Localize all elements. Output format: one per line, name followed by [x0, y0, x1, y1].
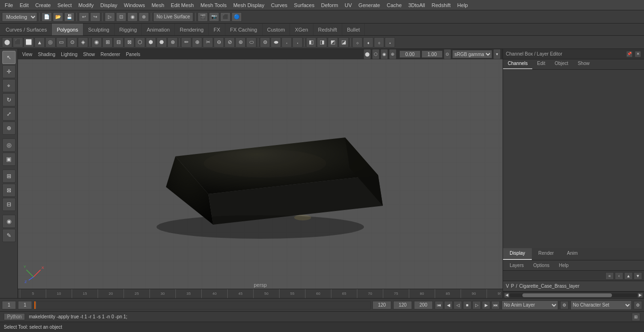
tab-rigging[interactable]: Rigging: [115, 24, 142, 35]
fill-icon-btn[interactable]: ⬡: [135, 37, 145, 48]
vp-icon5[interactable]: ⊙: [444, 49, 451, 59]
prev-frame-btn[interactable]: ◀: [444, 301, 453, 309]
layer-prev-btn[interactable]: ‹: [615, 272, 623, 280]
char-set-settings-btn[interactable]: ⚙: [634, 301, 642, 309]
snap-grid3-btn[interactable]: ⊟: [2, 198, 16, 211]
merge-icon-btn[interactable]: ⬢: [146, 37, 156, 48]
cylinder-icon-btn[interactable]: ⬜: [24, 37, 34, 48]
scroll-track[interactable]: [510, 293, 637, 297]
paint-effects-btn[interactable]: ✎: [2, 229, 16, 242]
sym-icon-btn[interactable]: ⬦: [352, 37, 363, 48]
tab-polygons[interactable]: Polygons: [52, 24, 83, 35]
vp-icon3[interactable]: ◉: [380, 49, 388, 59]
offset-icon-btn[interactable]: ⬭: [246, 37, 256, 48]
extrude-icon-btn[interactable]: ⊟: [113, 37, 124, 48]
disp-tab-anim[interactable]: Anim: [561, 248, 585, 260]
layer-new-btn[interactable]: «: [605, 272, 614, 280]
frame-end-anim-input[interactable]: [372, 301, 391, 309]
tab-fx[interactable]: FX: [209, 24, 225, 35]
viewport-main[interactable]: X Y Z persp 5 10 15: [18, 49, 503, 298]
vp-icon2[interactable]: ⬡: [372, 49, 380, 59]
vp-shading-btn[interactable]: Shading: [36, 51, 58, 57]
menu-edit[interactable]: Edit: [17, 1, 32, 9]
lasso-btn[interactable]: ⊡: [116, 12, 126, 22]
split-icon-btn[interactable]: ⊘: [224, 37, 235, 48]
menu-create[interactable]: Create: [33, 1, 54, 9]
keep-icon-btn[interactable]: ⬨: [374, 37, 384, 48]
disc-icon-btn[interactable]: ⊙: [67, 37, 77, 48]
frame-max-input[interactable]: [414, 301, 433, 309]
weld-icon-btn[interactable]: ⬣: [157, 37, 167, 48]
cut-icon-btn[interactable]: ✂: [203, 37, 213, 48]
redo-btn[interactable]: ↪: [90, 12, 100, 22]
menu-edit-mesh[interactable]: Edit Mesh: [168, 1, 197, 9]
retopo-icon-btn[interactable]: ⬪: [292, 37, 303, 48]
color-space-select[interactable]: sRGB gamma: [452, 50, 492, 58]
scroll-thumb[interactable]: [522, 293, 612, 297]
menu-windows[interactable]: Windows: [121, 1, 148, 9]
layers-tab-layers[interactable]: Layers: [506, 262, 528, 269]
lasso-tool-btn[interactable]: ⌖: [2, 79, 16, 92]
char-set-select[interactable]: No Character Set: [570, 300, 632, 310]
display-mode-btn[interactable]: ◉: [2, 215, 16, 228]
transform-tool-btn[interactable]: ⊕: [2, 121, 16, 135]
layer-row[interactable]: V P / Cigarette_Case_Brass_layer: [503, 281, 644, 292]
wire-icon-btn[interactable]: ◨: [317, 37, 327, 48]
vp-icon1[interactable]: ⬤: [363, 49, 371, 59]
render-btn[interactable]: 🎬: [198, 12, 208, 22]
play-back-btn[interactable]: ◁: [454, 301, 462, 309]
menu-help[interactable]: Help: [454, 1, 471, 9]
render2-btn[interactable]: 📷: [209, 12, 219, 22]
ch-tab-channels[interactable]: Channels: [503, 59, 532, 69]
disp-tab-render[interactable]: Render: [532, 248, 561, 260]
prev-key-btn[interactable]: ⏮: [435, 301, 443, 309]
menu-uv[interactable]: UV: [342, 1, 355, 9]
menu-3dtall[interactable]: 3DtoAll: [405, 1, 428, 9]
snap-btn[interactable]: ⊕: [139, 12, 149, 22]
cmd-settings-btn[interactable]: ⊞: [632, 313, 640, 321]
menu-surfaces[interactable]: Surfaces: [291, 1, 317, 9]
play-fwd-btn[interactable]: ▷: [472, 301, 481, 309]
connect-icon-btn[interactable]: ⊖: [214, 37, 224, 48]
insert-icon-btn[interactable]: ⊛: [235, 37, 246, 48]
snap-grid-btn[interactable]: ⊞: [2, 170, 16, 183]
menu-deform[interactable]: Deform: [318, 1, 341, 9]
ch-tab-show[interactable]: Show: [573, 59, 594, 69]
plane-icon-btn[interactable]: ▭: [56, 37, 66, 48]
textured-icon-btn[interactable]: ◪: [339, 37, 349, 48]
anim-layer-settings-btn[interactable]: ⚙: [560, 301, 569, 309]
render3-btn[interactable]: ⬛: [220, 12, 231, 22]
menu-modify[interactable]: Modify: [75, 1, 96, 9]
move-tool-btn[interactable]: ✛: [2, 65, 16, 78]
bevel-icon-btn[interactable]: ⊞: [102, 37, 113, 48]
frame-end-range-input[interactable]: [393, 301, 412, 309]
render4-btn[interactable]: 🔵: [231, 12, 242, 22]
scroll-left-btn[interactable]: ◀: [504, 292, 510, 298]
live-surface-btn[interactable]: No Live Surface: [153, 12, 193, 22]
layers-tab-options[interactable]: Options: [529, 262, 553, 269]
show-hide-btn[interactable]: ▣: [2, 153, 16, 166]
append-icon-btn[interactable]: ⊕: [192, 37, 202, 48]
snap-grid2-btn[interactable]: ⊠: [2, 184, 16, 197]
xray-icon-btn[interactable]: ◧: [306, 37, 316, 48]
menu-cache[interactable]: Cache: [384, 1, 405, 9]
vp-lighting-btn[interactable]: Lighting: [58, 51, 80, 57]
menu-mesh-display[interactable]: Mesh Display: [231, 1, 267, 9]
stop-btn[interactable]: ■: [463, 301, 471, 309]
next-key-btn[interactable]: ⏭: [491, 301, 500, 309]
smooth-icon-btn[interactable]: ⬬: [271, 37, 281, 48]
horizontal-scrollbar[interactable]: ◀ ▶: [503, 292, 644, 298]
workspace-select[interactable]: Modeling: [2, 12, 37, 22]
scale-tool-btn[interactable]: ⤢: [2, 107, 16, 121]
menu-mesh-tools[interactable]: Mesh Tools: [198, 1, 229, 9]
vp-coord-y[interactable]: [421, 50, 443, 58]
flow-icon-btn[interactable]: ⬩: [385, 37, 395, 48]
menu-mesh[interactable]: Mesh: [149, 1, 167, 9]
vp-panels-btn[interactable]: Panels: [124, 51, 143, 57]
vp-view-btn[interactable]: View: [20, 51, 35, 57]
tab-fx-caching[interactable]: FX Caching: [225, 24, 262, 35]
tab-animation[interactable]: Animation: [142, 24, 175, 35]
tab-custom[interactable]: Custom: [263, 24, 290, 35]
vp-show-btn[interactable]: Show: [81, 51, 97, 57]
subdiv-icon-btn[interactable]: ◉: [91, 37, 102, 48]
